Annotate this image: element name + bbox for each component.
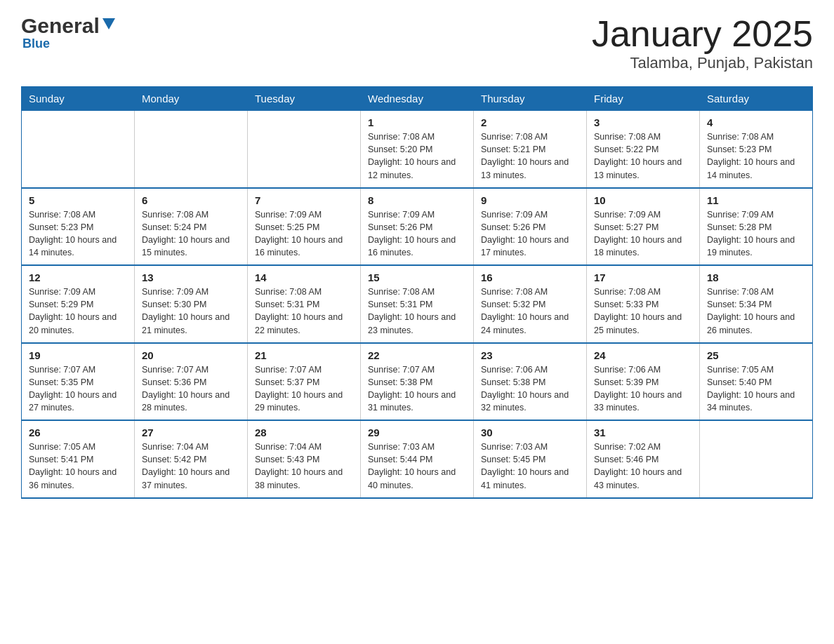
- calendar-cell: 29Sunrise: 7:03 AM Sunset: 5:44 PM Dayli…: [361, 420, 474, 498]
- day-info: Sunrise: 7:09 AM Sunset: 5:25 PM Dayligh…: [255, 208, 353, 260]
- day-info: Sunrise: 7:09 AM Sunset: 5:26 PM Dayligh…: [481, 208, 579, 260]
- day-info: Sunrise: 7:06 AM Sunset: 5:39 PM Dayligh…: [594, 363, 692, 415]
- calendar-cell: 21Sunrise: 7:07 AM Sunset: 5:37 PM Dayli…: [248, 343, 361, 421]
- logo-arrow-icon: [101, 17, 117, 32]
- header-saturday: Saturday: [700, 87, 813, 111]
- day-info: Sunrise: 7:09 AM Sunset: 5:26 PM Dayligh…: [368, 208, 466, 260]
- day-number: 6: [142, 194, 240, 206]
- calendar-cell: [248, 111, 361, 188]
- calendar-cell: 24Sunrise: 7:06 AM Sunset: 5:39 PM Dayli…: [587, 343, 700, 421]
- calendar-week-row: 26Sunrise: 7:05 AM Sunset: 5:41 PM Dayli…: [22, 420, 813, 498]
- calendar-cell: 30Sunrise: 7:03 AM Sunset: 5:45 PM Dayli…: [474, 420, 587, 498]
- day-number: 5: [29, 194, 127, 206]
- calendar-cell: 9Sunrise: 7:09 AM Sunset: 5:26 PM Daylig…: [474, 188, 587, 266]
- day-info: Sunrise: 7:07 AM Sunset: 5:38 PM Dayligh…: [368, 363, 466, 415]
- calendar-cell: [135, 111, 248, 188]
- calendar-cell: 2Sunrise: 7:08 AM Sunset: 5:21 PM Daylig…: [474, 111, 587, 188]
- day-number: 10: [594, 194, 692, 206]
- day-info: Sunrise: 7:04 AM Sunset: 5:43 PM Dayligh…: [255, 441, 353, 492]
- calendar-week-row: 5Sunrise: 7:08 AM Sunset: 5:23 PM Daylig…: [22, 188, 813, 266]
- day-info: Sunrise: 7:05 AM Sunset: 5:40 PM Dayligh…: [707, 363, 805, 415]
- calendar-cell: 5Sunrise: 7:08 AM Sunset: 5:23 PM Daylig…: [22, 188, 135, 266]
- calendar-cell: 12Sunrise: 7:09 AM Sunset: 5:29 PM Dayli…: [22, 265, 135, 343]
- calendar-cell: 31Sunrise: 7:02 AM Sunset: 5:46 PM Dayli…: [587, 420, 700, 498]
- calendar-cell: 25Sunrise: 7:05 AM Sunset: 5:40 PM Dayli…: [700, 343, 813, 421]
- calendar-cell: [22, 111, 135, 188]
- calendar-subtitle: Talamba, Punjab, Pakistan: [592, 54, 813, 72]
- calendar-cell: 16Sunrise: 7:08 AM Sunset: 5:32 PM Dayli…: [474, 265, 587, 343]
- calendar-title: January 2025: [592, 14, 813, 54]
- calendar-header-row: Sunday Monday Tuesday Wednesday Thursday…: [22, 87, 813, 111]
- calendar-cell: 6Sunrise: 7:08 AM Sunset: 5:24 PM Daylig…: [135, 188, 248, 266]
- header-thursday: Thursday: [474, 87, 587, 111]
- calendar-cell: 20Sunrise: 7:07 AM Sunset: 5:36 PM Dayli…: [135, 343, 248, 421]
- header-sunday: Sunday: [22, 87, 135, 111]
- svg-marker-0: [102, 18, 115, 29]
- day-info: Sunrise: 7:08 AM Sunset: 5:31 PM Dayligh…: [368, 286, 466, 337]
- day-number: 22: [368, 349, 466, 361]
- day-info: Sunrise: 7:08 AM Sunset: 5:32 PM Dayligh…: [481, 286, 579, 337]
- calendar-cell: 18Sunrise: 7:08 AM Sunset: 5:34 PM Dayli…: [700, 265, 813, 343]
- header-friday: Friday: [587, 87, 700, 111]
- day-info: Sunrise: 7:02 AM Sunset: 5:46 PM Dayligh…: [594, 441, 692, 492]
- day-info: Sunrise: 7:07 AM Sunset: 5:36 PM Dayligh…: [142, 363, 240, 415]
- day-number: 31: [594, 427, 692, 438]
- day-number: 13: [142, 271, 240, 283]
- day-number: 12: [29, 271, 127, 283]
- logo-general-text: General: [21, 14, 100, 38]
- day-number: 30: [481, 427, 579, 438]
- calendar-cell: 19Sunrise: 7:07 AM Sunset: 5:35 PM Dayli…: [22, 343, 135, 421]
- header-tuesday: Tuesday: [248, 87, 361, 111]
- day-info: Sunrise: 7:03 AM Sunset: 5:45 PM Dayligh…: [481, 441, 579, 492]
- page-header: General Blue January 2025 Talamba, Punja…: [21, 14, 813, 72]
- calendar-week-row: 19Sunrise: 7:07 AM Sunset: 5:35 PM Dayli…: [22, 343, 813, 421]
- calendar-cell: 1Sunrise: 7:08 AM Sunset: 5:20 PM Daylig…: [361, 111, 474, 188]
- day-number: 2: [481, 116, 579, 128]
- day-number: 23: [481, 349, 579, 361]
- calendar-cell: [700, 420, 813, 498]
- day-number: 16: [481, 271, 579, 283]
- day-info: Sunrise: 7:08 AM Sunset: 5:24 PM Dayligh…: [142, 208, 240, 260]
- calendar-cell: 10Sunrise: 7:09 AM Sunset: 5:27 PM Dayli…: [587, 188, 700, 266]
- day-number: 14: [255, 271, 353, 283]
- calendar-week-row: 12Sunrise: 7:09 AM Sunset: 5:29 PM Dayli…: [22, 265, 813, 343]
- header-monday: Monday: [135, 87, 248, 111]
- day-number: 26: [29, 427, 127, 438]
- day-info: Sunrise: 7:08 AM Sunset: 5:21 PM Dayligh…: [481, 130, 579, 182]
- day-info: Sunrise: 7:04 AM Sunset: 5:42 PM Dayligh…: [142, 441, 240, 492]
- day-info: Sunrise: 7:05 AM Sunset: 5:41 PM Dayligh…: [29, 441, 127, 492]
- logo-blue-text: Blue: [21, 36, 50, 51]
- day-number: 20: [142, 349, 240, 361]
- calendar-cell: 26Sunrise: 7:05 AM Sunset: 5:41 PM Dayli…: [22, 420, 135, 498]
- day-info: Sunrise: 7:09 AM Sunset: 5:29 PM Dayligh…: [29, 286, 127, 337]
- calendar-week-row: 1Sunrise: 7:08 AM Sunset: 5:20 PM Daylig…: [22, 111, 813, 188]
- day-number: 17: [594, 271, 692, 283]
- day-info: Sunrise: 7:06 AM Sunset: 5:38 PM Dayligh…: [481, 363, 579, 415]
- day-info: Sunrise: 7:08 AM Sunset: 5:23 PM Dayligh…: [29, 208, 127, 260]
- calendar-cell: 4Sunrise: 7:08 AM Sunset: 5:23 PM Daylig…: [700, 111, 813, 188]
- day-info: Sunrise: 7:08 AM Sunset: 5:20 PM Dayligh…: [368, 130, 466, 182]
- day-info: Sunrise: 7:09 AM Sunset: 5:27 PM Dayligh…: [594, 208, 692, 260]
- day-info: Sunrise: 7:09 AM Sunset: 5:28 PM Dayligh…: [707, 208, 805, 260]
- day-number: 4: [707, 116, 805, 128]
- day-number: 15: [368, 271, 466, 283]
- calendar-cell: 13Sunrise: 7:09 AM Sunset: 5:30 PM Dayli…: [135, 265, 248, 343]
- day-number: 27: [142, 427, 240, 438]
- day-info: Sunrise: 7:08 AM Sunset: 5:33 PM Dayligh…: [594, 286, 692, 337]
- day-info: Sunrise: 7:08 AM Sunset: 5:31 PM Dayligh…: [255, 286, 353, 337]
- day-number: 9: [481, 194, 579, 206]
- day-info: Sunrise: 7:07 AM Sunset: 5:35 PM Dayligh…: [29, 363, 127, 415]
- calendar-table: Sunday Monday Tuesday Wednesday Thursday…: [21, 86, 813, 499]
- day-number: 7: [255, 194, 353, 206]
- day-number: 28: [255, 427, 353, 438]
- day-info: Sunrise: 7:03 AM Sunset: 5:44 PM Dayligh…: [368, 441, 466, 492]
- day-number: 19: [29, 349, 127, 361]
- calendar-cell: 28Sunrise: 7:04 AM Sunset: 5:43 PM Dayli…: [248, 420, 361, 498]
- title-block: January 2025 Talamba, Punjab, Pakistan: [592, 14, 813, 72]
- day-number: 11: [707, 194, 805, 206]
- day-info: Sunrise: 7:09 AM Sunset: 5:30 PM Dayligh…: [142, 286, 240, 337]
- calendar-cell: 23Sunrise: 7:06 AM Sunset: 5:38 PM Dayli…: [474, 343, 587, 421]
- calendar-cell: 22Sunrise: 7:07 AM Sunset: 5:38 PM Dayli…: [361, 343, 474, 421]
- calendar-cell: 27Sunrise: 7:04 AM Sunset: 5:42 PM Dayli…: [135, 420, 248, 498]
- day-number: 29: [368, 427, 466, 438]
